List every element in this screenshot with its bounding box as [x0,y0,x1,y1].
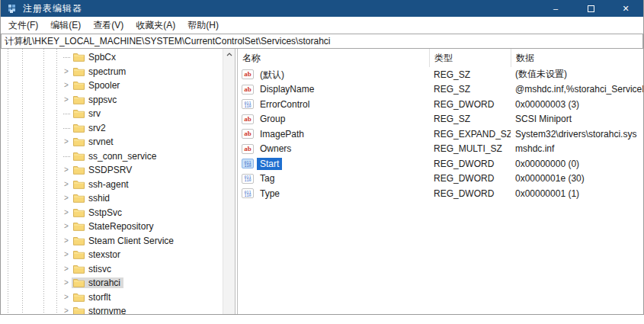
column-header-type[interactable]: 类型 [429,49,511,67]
tree-item-label: sppsvc [88,95,117,104]
tree-item-srv2[interactable]: srv2 [1,121,222,136]
tree-node[interactable]: sppsvc [72,95,120,105]
value-name-cell[interactable]: (默认) [238,69,429,81]
tree-item-spectrum[interactable]: spectrum [1,65,222,79]
maximize-button[interactable] [573,0,608,17]
tree-item-label: SpbCx [88,53,116,62]
value-name-cell[interactable]: DisplayName [238,83,429,95]
value-row-start[interactable]: Start REG_DWORD 0x00000000 (0) [238,156,643,172]
tree-expand-chevron-icon[interactable] [61,294,72,301]
value-name-cell[interactable]: ImagePath [238,128,429,140]
tree-expand-chevron-icon[interactable] [61,265,72,273]
tree-item-storflt[interactable]: storflt [1,290,222,305]
reg-dword-icon [242,188,254,198]
tree-item-stisvc[interactable]: stisvc [1,262,222,277]
maximize-icon [588,5,594,12]
tree-node[interactable]: spectrum [72,66,129,77]
menu-view[interactable]: 查看(V) [87,17,130,34]
tree-expand-chevron-icon[interactable] [61,166,72,174]
column-header-data[interactable]: 数据 [511,49,643,67]
tree-expand-chevron-icon[interactable] [61,307,72,314]
tree-item-sstpsvc[interactable]: SstpSvc [1,206,222,220]
tree-node[interactable]: Spooler [72,80,123,91]
value-row-imagepath[interactable]: ImagePath REG_EXPAND_SZ System32\drivers… [238,127,643,142]
tree-expand-chevron-icon[interactable] [61,223,72,230]
tree-item-stornvme[interactable]: stornvme [1,304,222,314]
tree-expand-chevron-icon[interactable] [61,82,72,89]
value-name-cell[interactable]: Owners [238,143,429,155]
tree-expand-chevron-icon[interactable] [61,237,72,245]
tree-item-ssh-agent[interactable]: ssh-agent [1,178,222,192]
menu-favorites[interactable]: 收藏夹(A) [130,17,181,34]
value-row-owners[interactable]: Owners REG_MULTI_SZ mshdc.inf [238,142,643,157]
tree-node[interactable]: SpbCx [72,52,119,63]
value-name-cell[interactable]: ErrorControl [238,98,429,111]
menu-file[interactable]: 文件(F) [2,17,44,34]
tree-item-srv[interactable]: srv [1,107,222,121]
tree-item-stexstor[interactable]: stexstor [1,248,222,262]
value-name-cell[interactable]: Group [238,113,429,125]
value-row-type[interactable]: Type REG_DWORD 0x00000001 (1) [238,186,643,201]
tree-node[interactable]: srvnet [72,136,117,147]
tree-node[interactable]: StateRepository [72,221,156,232]
tree-item-ssdpsrv[interactable]: SSDPSRV [1,163,222,178]
value-name-cell[interactable]: Start [238,158,429,170]
tree-vertical-scrollbar[interactable] [223,49,235,314]
tree-expand-chevron-icon[interactable] [61,279,72,287]
tree-item-srvnet[interactable]: srvnet [1,135,222,149]
tree-node[interactable]: ss_conn_service [72,151,159,162]
tree-item-sppsvc[interactable]: sppsvc [1,93,222,107]
tree-node[interactable]: sshid [72,193,113,204]
value-type: REG_DWORD [429,99,511,110]
value-row-group[interactable]: Group REG_SZ SCSI Miniport [238,112,643,127]
tree-node[interactable]: srv2 [72,123,109,133]
menu-help[interactable]: 帮助(H) [181,17,225,34]
tree-node[interactable]: stisvc [72,264,114,274]
value-row-default[interactable]: (默认) REG_SZ (数值未设置) [238,67,643,82]
tree-item-ss-conn-service[interactable]: ss_conn_service [1,149,222,164]
tree-item-spbcx[interactable]: SpbCx [1,50,222,65]
tree-expand-chevron-icon[interactable] [61,251,72,258]
tree-expand-chevron-icon[interactable] [61,209,72,217]
tree-node[interactable]: SSDPSRV [72,165,135,175]
value-name-cell[interactable]: Type [238,188,429,200]
tree-expand-chevron-icon[interactable] [61,138,72,146]
tree-node[interactable]: storahci [72,277,123,288]
tree-node[interactable]: stornvme [72,306,129,314]
column-header-name[interactable]: 名称 [238,52,429,65]
value-row-errorcontrol[interactable]: ErrorControl REG_DWORD 0x00000003 (3) [238,97,643,112]
value-row-tag[interactable]: Tag REG_DWORD 0x0000001e (30) [238,172,643,187]
folder-icon [73,137,85,146]
tree-item-spooler[interactable]: Spooler [1,79,222,93]
tree-expand-chevron-icon[interactable] [61,96,72,104]
tree-item-label: StateRepository [88,222,153,231]
folder-icon [73,152,85,161]
value-row-displayname[interactable]: DisplayName REG_SZ @mshdc.inf,%storahci_… [238,82,643,98]
tree-node[interactable]: ssh-agent [72,179,132,190]
value-type: REG_EXPAND_SZ [429,129,511,140]
tree-item-sshid[interactable]: sshid [1,191,222,206]
close-button[interactable]: ✕ [608,0,643,17]
tree-expand-chevron-icon[interactable] [61,181,72,188]
tree-item-steam-client-service[interactable]: Steam Client Service [1,234,222,249]
menu-edit[interactable]: 编辑(E) [44,17,87,34]
tree-item-staterepository[interactable]: StateRepository [1,220,222,234]
tree-node[interactable]: Steam Client Service [72,236,177,246]
tree-node[interactable]: storflt [72,292,114,303]
tree-item-storahci[interactable]: storahci [1,276,222,290]
tree-node[interactable]: SstpSvc [72,207,125,218]
address-bar[interactable]: 计算机\HKEY_LOCAL_MACHINE\SYSTEM\CurrentCon… [1,34,643,49]
tree-expand-chevron-icon[interactable] [61,194,72,202]
folder-icon [73,165,85,175]
value-name-cell[interactable]: Tag [238,172,429,184]
scrollbar-up-arrow-icon[interactable] [223,49,235,60]
values-list-panel: 名称 类型 数据 (默认) REG_SZ (数值未设置) DisplayN [237,49,643,314]
tree-expand-chevron-icon[interactable] [61,68,72,75]
tree-node[interactable]: stexstor [72,249,123,260]
value-type: REG_SZ [429,69,511,80]
value-name: Owners [257,143,294,155]
tree-node[interactable]: srv [72,108,104,119]
minimize-button[interactable]: – [538,0,573,17]
value-name: Start [257,158,282,170]
value-name: Group [257,113,288,125]
